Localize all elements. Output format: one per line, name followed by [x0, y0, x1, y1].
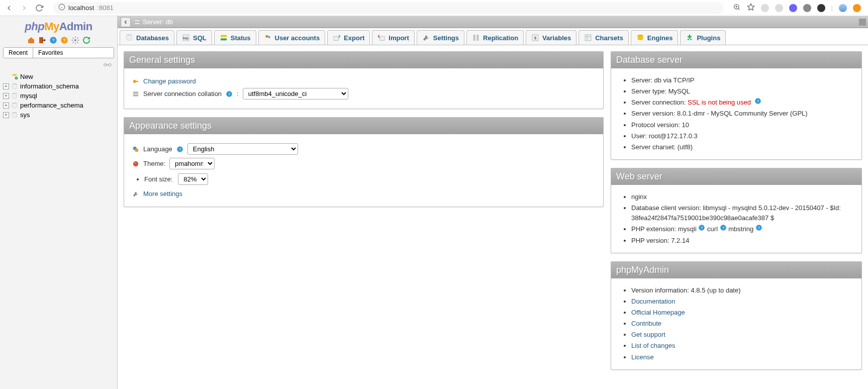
tab-plugins[interactable]: Plugins — [680, 30, 726, 45]
label: Version information: — [631, 286, 691, 294]
avatar[interactable] — [839, 4, 847, 12]
help-icon[interactable]: ? — [698, 224, 705, 231]
label: Database client version: — [631, 204, 703, 212]
tab-databases[interactable]: Databases — [120, 30, 174, 45]
tab-label: Replication — [483, 34, 518, 42]
database-icon — [11, 102, 18, 109]
docs-link[interactable]: Documentation — [631, 298, 675, 305]
help-icon[interactable]: ? — [720, 224, 727, 231]
nav-collapse-button[interactable] — [121, 17, 131, 27]
ext-icon-3[interactable] — [789, 4, 797, 12]
ext-icon-5[interactable] — [817, 4, 825, 12]
forward-button[interactable] — [19, 3, 29, 13]
home-icon[interactable] — [27, 36, 35, 44]
settings-icon[interactable] — [71, 36, 79, 44]
tab-label: User accounts — [275, 34, 320, 42]
value: mbstring — [728, 225, 753, 233]
panel-link-icon[interactable] — [0, 61, 117, 71]
expand-icon[interactable]: + — [3, 112, 9, 118]
db-node[interactable]: + sys — [3, 110, 114, 120]
docs-icon[interactable]: ? — [49, 36, 57, 44]
tab-import[interactable]: Import — [372, 30, 414, 45]
tab-users[interactable]: User accounts — [258, 30, 326, 45]
wrench-icon — [422, 34, 430, 42]
favorites-tab[interactable]: Favorites — [33, 48, 68, 58]
help-icon[interactable]: ? — [754, 98, 761, 105]
server-icon — [134, 19, 141, 26]
help-icon[interactable]: ? — [755, 224, 762, 231]
value: mysqli — [678, 225, 697, 233]
new-database-link[interactable]: + New — [3, 72, 114, 81]
help-icon[interactable]: ? — [226, 90, 233, 98]
label: Server version: — [631, 110, 677, 117]
fontsize-select[interactable]: 82% — [178, 173, 208, 185]
ext-icon-4[interactable] — [803, 4, 811, 12]
expand-icon[interactable]: + — [3, 93, 9, 99]
back-button[interactable] — [4, 3, 14, 13]
tab-charsets[interactable]: Charsets — [578, 30, 629, 45]
expand-icon[interactable]: + — [3, 83, 9, 89]
bookmark-icon[interactable] — [747, 3, 755, 13]
svg-text:+: + — [16, 76, 17, 79]
users-icon — [264, 34, 272, 42]
db-node[interactable]: + information_schema — [3, 81, 114, 91]
tab-settings[interactable]: Settings — [417, 30, 464, 45]
tab-export[interactable]: Export — [327, 30, 370, 45]
svg-point-56 — [136, 162, 137, 163]
support-link[interactable]: Get support — [631, 331, 665, 338]
value: db via TCP/IP — [654, 76, 695, 84]
tab-label: Import — [389, 34, 409, 42]
tab-status[interactable]: Status — [214, 30, 256, 45]
tab-sql[interactable]: SQLSQL — [176, 30, 212, 45]
svg-text:?: ? — [758, 226, 760, 230]
tab-label: Status — [231, 34, 251, 42]
help-icon[interactable]: ? — [176, 146, 183, 153]
ext-icon-6[interactable] — [853, 4, 861, 12]
phpmyadmin-panel: phpMyAdmin Version information: 4.8.5 (u… — [611, 261, 862, 370]
tab-variables[interactable]: $Variables — [526, 30, 576, 45]
svg-rect-34 — [380, 36, 384, 40]
expand-icon[interactable]: + — [3, 103, 9, 109]
quick-links: ? ? — [0, 34, 117, 47]
tab-engines[interactable]: Engines — [631, 30, 679, 45]
theme-select[interactable]: pmahomme — [169, 158, 215, 169]
contribute-link[interactable]: Contribute — [631, 320, 661, 327]
value: (utf8) — [678, 143, 693, 151]
db-node[interactable]: + mysql — [3, 91, 114, 101]
svg-point-13 — [74, 39, 76, 41]
address-bar[interactable]: localhost:8081 — [53, 2, 724, 14]
panel-title: Database server — [611, 52, 861, 68]
browser-actions: | — [733, 3, 864, 13]
sql-docs-icon[interactable]: ? — [60, 36, 68, 44]
zoom-icon[interactable] — [733, 3, 741, 13]
collation-select[interactable]: utf8mb4_unicode_ci — [243, 88, 348, 100]
url-host: localhost — [68, 4, 94, 12]
ext-icon-1[interactable] — [761, 4, 769, 12]
panel-title: Web server — [611, 168, 861, 185]
breadcrumb-server[interactable]: Server: db — [143, 18, 173, 26]
language-select[interactable]: English — [187, 143, 298, 155]
changes-link[interactable]: List of changes — [631, 342, 675, 349]
databases-icon — [125, 34, 133, 42]
homepage-link[interactable]: Official Homepage — [631, 309, 685, 316]
password-icon — [132, 78, 139, 85]
svg-text:?: ? — [179, 147, 181, 151]
breadcrumb-bar: Server: db — [118, 16, 868, 28]
reload-tree-icon[interactable] — [82, 36, 90, 44]
recent-tab[interactable]: Recent — [4, 48, 33, 58]
reload-button[interactable] — [34, 3, 44, 13]
value: MySQL — [668, 87, 690, 95]
logout-icon[interactable] — [38, 36, 46, 44]
collapse-topbar-icon[interactable] — [859, 19, 866, 26]
more-settings-link[interactable]: More settings — [143, 190, 182, 198]
svg-rect-36 — [476, 35, 478, 41]
collation-label: Server connection collation — [143, 90, 222, 98]
change-password-link[interactable]: Change password — [143, 77, 196, 85]
ext-icon-2[interactable] — [775, 4, 783, 12]
tab-replication[interactable]: Replication — [466, 30, 524, 45]
db-node[interactable]: + performance_schema — [3, 101, 114, 110]
license-link[interactable]: License — [631, 353, 654, 361]
svg-point-17 — [12, 74, 17, 76]
svg-rect-29 — [221, 35, 227, 37]
logo[interactable]: phpMyAdmin — [0, 16, 117, 34]
